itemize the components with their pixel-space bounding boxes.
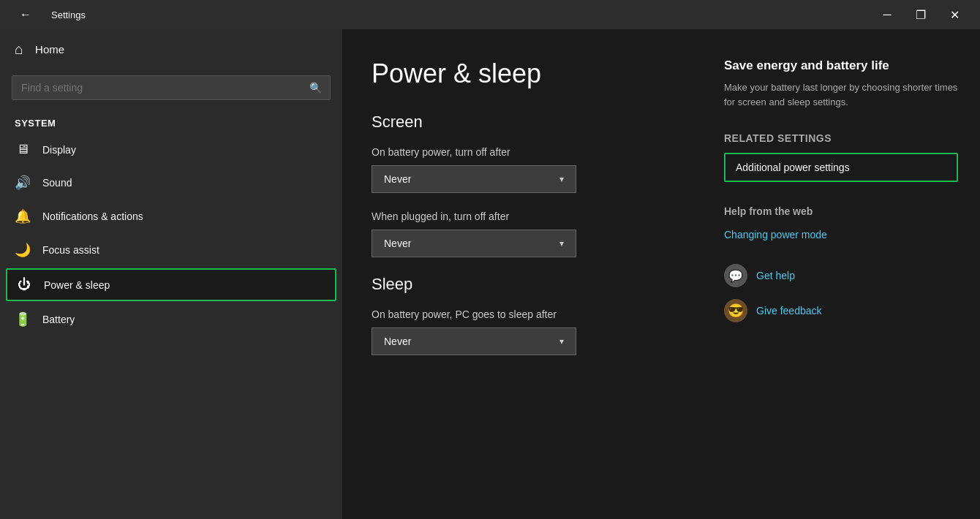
- home-label: Home: [35, 43, 64, 56]
- battery-sleep-row: On battery power, PC goes to sleep after…: [372, 308, 673, 355]
- changing-power-mode-link[interactable]: Changing power mode: [724, 229, 958, 240]
- title-bar: ← Settings ─ ❐ ✕: [0, 0, 980, 29]
- changing-power-mode-text[interactable]: Changing power mode: [724, 229, 827, 240]
- restore-button[interactable]: ❐: [904, 3, 938, 26]
- save-energy-desc: Make your battery last longer by choosin…: [724, 80, 958, 109]
- home-icon: ⌂: [15, 41, 23, 58]
- help-from-web-title: Help from the web: [724, 205, 958, 217]
- battery-icon: 🔋: [15, 311, 31, 327]
- sidebar-label-power-sleep: Power & sleep: [44, 279, 110, 291]
- sidebar-section-system: System: [0, 112, 342, 133]
- get-help-text[interactable]: Get help: [756, 270, 795, 281]
- minimize-button[interactable]: ─: [870, 3, 904, 26]
- power-sleep-icon: ⏻: [16, 277, 32, 292]
- plugged-screen-arrow: ▾: [559, 238, 564, 249]
- get-help-link[interactable]: 💬 Get help: [724, 264, 958, 287]
- give-feedback-link[interactable]: 😎 Give feedback: [724, 299, 958, 322]
- battery-screen-label: On battery power, turn off after: [372, 146, 673, 158]
- content-area: Power & sleep Screen On battery power, t…: [342, 29, 980, 519]
- plugged-screen-value: Never: [384, 238, 411, 249]
- feedback-avatar-icon: 😎: [724, 299, 747, 322]
- page-title: Power & sleep: [372, 58, 673, 89]
- related-settings-card: Related settings Additional power settin…: [724, 132, 958, 182]
- right-panel: Save energy and battery life Make your b…: [702, 29, 980, 519]
- focus-assist-icon: 🌙: [15, 242, 31, 258]
- sidebar-item-battery[interactable]: 🔋 Battery: [0, 303, 342, 336]
- plugged-screen-dropdown[interactable]: Never ▾: [372, 230, 576, 257]
- battery-sleep-arrow: ▾: [559, 336, 564, 346]
- save-energy-title: Save energy and battery life: [724, 58, 958, 73]
- help-from-web-card: Help from the web Changing power mode: [724, 205, 958, 240]
- get-help-icon: 💬: [724, 264, 747, 287]
- battery-sleep-label: On battery power, PC goes to sleep after: [372, 308, 673, 320]
- window-controls: ─ ❐ ✕: [870, 3, 971, 26]
- notifications-icon: 🔔: [15, 208, 31, 224]
- give-feedback-text[interactable]: Give feedback: [756, 305, 822, 317]
- sidebar-label-focus-assist: Focus assist: [42, 244, 99, 256]
- get-help-card: 💬 Get help 😎 Give feedback: [724, 264, 958, 322]
- display-icon: 🖥: [15, 142, 31, 157]
- battery-screen-arrow: ▾: [559, 174, 564, 184]
- search-input[interactable]: [12, 75, 331, 100]
- battery-screen-row: On battery power, turn off after Never ▾: [372, 146, 673, 193]
- sidebar: ⌂ Home 🔍 System 🖥 Display 🔊 Sound 🔔 Noti…: [0, 29, 342, 519]
- sidebar-item-display[interactable]: 🖥 Display: [0, 133, 342, 166]
- close-button[interactable]: ✕: [938, 3, 971, 26]
- plugged-screen-label: When plugged in, turn off after: [372, 211, 673, 222]
- additional-power-settings-link[interactable]: Additional power settings: [724, 153, 958, 182]
- sidebar-label-sound: Sound: [42, 177, 72, 189]
- save-energy-card: Save energy and battery life Make your b…: [724, 58, 958, 109]
- sidebar-item-home[interactable]: ⌂ Home: [0, 29, 342, 69]
- screen-section-title: Screen: [372, 113, 673, 132]
- related-settings-label: Related settings: [724, 132, 958, 144]
- sleep-section-title: Sleep: [372, 275, 673, 294]
- battery-screen-dropdown[interactable]: Never ▾: [372, 165, 576, 193]
- sidebar-label-notifications: Notifications & actions: [42, 211, 143, 222]
- battery-screen-value: Never: [384, 173, 411, 185]
- plugged-screen-row: When plugged in, turn off after Never ▾: [372, 211, 673, 257]
- search-container: 🔍: [12, 75, 331, 100]
- battery-sleep-dropdown[interactable]: Never ▾: [372, 327, 576, 355]
- sound-icon: 🔊: [15, 175, 31, 191]
- back-button[interactable]: ←: [9, 3, 42, 26]
- battery-sleep-value: Never: [384, 336, 411, 347]
- sidebar-label-battery: Battery: [42, 314, 75, 325]
- sidebar-item-focus-assist[interactable]: 🌙 Focus assist: [0, 233, 342, 267]
- sidebar-item-notifications[interactable]: 🔔 Notifications & actions: [0, 200, 342, 233]
- app-title: Settings: [51, 10, 86, 20]
- content-main: Power & sleep Screen On battery power, t…: [342, 29, 702, 519]
- search-icon: 🔍: [309, 82, 322, 94]
- sidebar-item-sound[interactable]: 🔊 Sound: [0, 166, 342, 200]
- sidebar-item-power-sleep[interactable]: ⏻ Power & sleep: [6, 268, 336, 301]
- sidebar-label-display: Display: [42, 144, 76, 156]
